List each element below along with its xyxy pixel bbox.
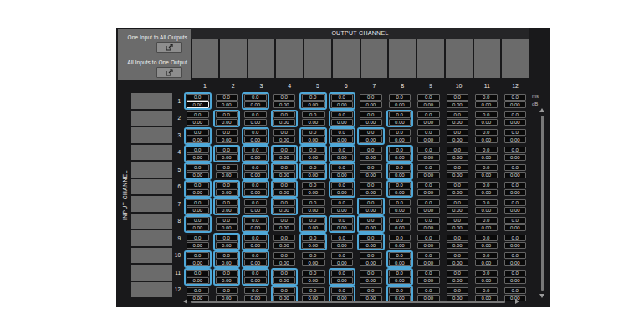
crosspoint-delay-value[interactable]: 0.0 [417, 270, 440, 276]
matrix-crosspoint[interactable]: 0.00.00 [329, 127, 356, 145]
crosspoint-delay-value[interactable]: 0.0 [331, 94, 354, 100]
crosspoint-delay-value[interactable]: 0.0 [504, 147, 527, 153]
crosspoint-delay-value[interactable]: 0.0 [273, 129, 296, 136]
crosspoint-delay-value[interactable]: 0.0 [273, 94, 296, 100]
matrix-crosspoint[interactable]: 0.00.00 [473, 250, 500, 268]
crosspoint-delay-value[interactable]: 0.0 [187, 217, 209, 224]
scroll-left-arrow-icon[interactable] [183, 299, 187, 304]
crosspoint-level-value[interactable]: 0.00 [417, 189, 440, 196]
crosspoint-delay-value[interactable]: 0.0 [389, 129, 411, 136]
crosspoint-level-value[interactable]: 0.00 [302, 137, 325, 143]
crosspoint-delay-value[interactable]: 0.0 [475, 234, 498, 241]
crosspoint-delay-value[interactable]: 0.0 [360, 270, 382, 276]
crosspoint-delay-value[interactable]: 0.0 [389, 234, 411, 241]
crosspoint-level-value[interactable]: 0.00 [504, 137, 527, 143]
matrix-crosspoint[interactable]: 0.00.00 [184, 127, 212, 145]
crosspoint-delay-value[interactable]: 0.0 [273, 147, 296, 153]
vertical-scrollbar[interactable] [539, 108, 546, 298]
matrix-crosspoint[interactable]: 0.00.00 [242, 92, 269, 110]
matrix-crosspoint[interactable]: 0.00.00 [184, 92, 212, 110]
all-inputs-to-one-output-button[interactable] [156, 67, 182, 78]
crosspoint-delay-value[interactable]: 0.0 [244, 199, 267, 206]
crosspoint-delay-value[interactable]: 0.0 [244, 217, 267, 224]
matrix-crosspoint[interactable]: 0.00.00 [271, 215, 299, 233]
crosspoint-level-value[interactable]: 0.00 [216, 260, 238, 266]
crosspoint-level-value[interactable]: 0.00 [504, 207, 527, 214]
crosspoint-level-value[interactable]: 0.00 [475, 137, 498, 143]
crosspoint-delay-value[interactable]: 0.0 [187, 147, 209, 153]
crosspoint-level-value[interactable]: 0.00 [302, 260, 325, 266]
matrix-crosspoint[interactable]: 0.00.00 [329, 180, 356, 198]
crosspoint-delay-value[interactable]: 0.0 [360, 147, 382, 153]
crosspoint-level-value[interactable]: 0.00 [273, 260, 296, 266]
crosspoint-delay-value[interactable]: 0.0 [244, 270, 267, 276]
crosspoint-level-value[interactable]: 0.00 [475, 189, 498, 196]
matrix-crosspoint[interactable]: 0.00.00 [502, 215, 529, 233]
crosspoint-level-value[interactable]: 0.00 [504, 242, 527, 249]
crosspoint-delay-value[interactable]: 0.0 [504, 252, 527, 259]
matrix-crosspoint[interactable]: 0.00.00 [329, 110, 356, 127]
crosspoint-level-value[interactable]: 0.00 [244, 277, 267, 284]
crosspoint-delay-value[interactable]: 0.0 [244, 287, 267, 294]
crosspoint-level-value[interactable]: 0.00 [447, 189, 469, 196]
crosspoint-delay-value[interactable]: 0.0 [302, 252, 325, 259]
crosspoint-delay-value[interactable]: 0.0 [389, 164, 411, 171]
matrix-crosspoint[interactable]: 0.00.00 [271, 110, 299, 127]
crosspoint-delay-value[interactable]: 0.0 [331, 287, 354, 294]
crosspoint-delay-value[interactable]: 0.0 [187, 129, 209, 136]
crosspoint-level-value[interactable]: 0.00 [389, 260, 411, 266]
crosspoint-level-value[interactable]: 0.00 [216, 101, 238, 108]
crosspoint-level-value[interactable]: 0.00 [417, 260, 440, 266]
crosspoint-level-value[interactable]: 0.00 [331, 154, 354, 161]
crosspoint-delay-value[interactable]: 0.0 [389, 111, 411, 118]
crosspoint-delay-value[interactable]: 0.0 [331, 111, 354, 118]
crosspoint-delay-value[interactable]: 0.0 [187, 234, 209, 241]
crosspoint-level-value[interactable]: 0.00 [360, 224, 382, 231]
matrix-crosspoint[interactable]: 0.00.00 [473, 92, 500, 110]
crosspoint-delay-value[interactable]: 0.0 [504, 217, 527, 224]
matrix-crosspoint[interactable]: 0.00.00 [299, 233, 327, 250]
crosspoint-delay-value[interactable]: 0.0 [331, 164, 354, 171]
matrix-crosspoint[interactable]: 0.00.00 [213, 233, 241, 250]
crosspoint-delay-value[interactable]: 0.0 [417, 234, 440, 241]
matrix-crosspoint[interactable]: 0.00.00 [184, 110, 212, 127]
crosspoint-level-value[interactable]: 0.00 [187, 260, 209, 266]
matrix-crosspoint[interactable]: 0.00.00 [357, 92, 385, 110]
matrix-crosspoint[interactable]: 0.00.00 [473, 198, 500, 215]
crosspoint-level-value[interactable]: 0.00 [302, 207, 325, 214]
crosspoint-delay-value[interactable]: 0.0 [244, 252, 267, 259]
crosspoint-level-value[interactable]: 0.00 [273, 101, 296, 108]
crosspoint-delay-value[interactable]: 0.0 [504, 199, 527, 206]
matrix-crosspoint[interactable]: 0.00.00 [299, 180, 327, 198]
matrix-crosspoint[interactable]: 0.00.00 [213, 198, 241, 215]
crosspoint-delay-value[interactable]: 0.0 [504, 270, 527, 276]
crosspoint-level-value[interactable]: 0.00 [504, 260, 527, 266]
scroll-up-arrow-icon[interactable] [539, 108, 544, 112]
crosspoint-delay-value[interactable]: 0.0 [216, 270, 238, 276]
crosspoint-delay-value[interactable]: 0.0 [447, 129, 469, 136]
matrix-crosspoint[interactable]: 0.00.00 [242, 110, 269, 127]
crosspoint-level-value[interactable]: 0.00 [302, 277, 325, 284]
crosspoint-level-value[interactable]: 0.00 [389, 154, 411, 161]
matrix-crosspoint[interactable]: 0.00.00 [184, 180, 212, 198]
crosspoint-level-value[interactable]: 0.00 [302, 154, 325, 161]
matrix-crosspoint[interactable]: 0.00.00 [415, 268, 442, 286]
crosspoint-level-value[interactable]: 0.00 [504, 172, 527, 178]
crosspoint-level-value[interactable]: 0.00 [417, 137, 440, 143]
matrix-crosspoint[interactable]: 0.00.00 [357, 198, 385, 215]
matrix-crosspoint[interactable]: 0.00.00 [386, 92, 414, 110]
crosspoint-delay-value[interactable]: 0.0 [360, 217, 382, 224]
crosspoint-delay-value[interactable]: 0.0 [447, 94, 469, 100]
crosspoint-delay-value[interactable]: 0.0 [360, 182, 382, 188]
crosspoint-level-value[interactable]: 0.00 [187, 119, 209, 126]
crosspoint-level-value[interactable]: 0.00 [389, 137, 411, 143]
matrix-crosspoint[interactable]: 0.00.00 [502, 180, 529, 198]
crosspoint-level-value[interactable]: 0.00 [447, 137, 469, 143]
matrix-crosspoint[interactable]: 0.00.00 [415, 110, 442, 127]
crosspoint-delay-value[interactable]: 0.0 [475, 147, 498, 153]
crosspoint-level-value[interactable]: 0.00 [447, 154, 469, 161]
crosspoint-delay-value[interactable]: 0.0 [302, 164, 325, 171]
crosspoint-level-value[interactable]: 0.00 [447, 172, 469, 178]
crosspoint-level-value[interactable]: 0.00 [273, 154, 296, 161]
matrix-crosspoint[interactable]: 0.00.00 [242, 233, 269, 250]
